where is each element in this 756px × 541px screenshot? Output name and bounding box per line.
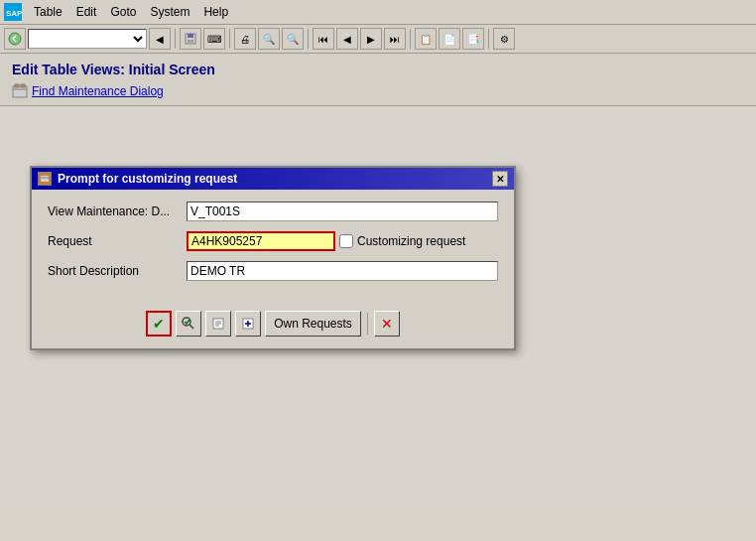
own-requests-label: Own Requests (274, 317, 352, 331)
menu-help[interactable]: Help (197, 3, 234, 21)
breadcrumb-icon (12, 83, 28, 99)
toolbar-select[interactable] (28, 29, 147, 49)
svg-rect-11 (41, 176, 49, 182)
dialog-titlebar: Prompt for customizing request ✕ (32, 168, 514, 190)
svg-rect-6 (13, 86, 27, 97)
dialog-body: View Maintenance: D... Request Customizi… (32, 190, 514, 303)
request-row: Request Customizing request (48, 231, 498, 251)
toolbar-prev-btn[interactable]: ◀ (149, 28, 171, 50)
short-desc-label: Short Description (48, 264, 187, 278)
svg-rect-4 (188, 34, 193, 38)
customizing-checkbox[interactable] (339, 234, 353, 248)
dialog-title-icon (38, 172, 52, 186)
svg-rect-8 (21, 84, 25, 87)
toolbar-misc2-btn[interactable]: 📄 (439, 28, 460, 50)
toolbar-shortcut-btn[interactable]: ⌨ (203, 28, 225, 50)
view-maintenance-input[interactable] (187, 202, 498, 221)
toolbar-sep5 (488, 29, 489, 49)
breadcrumb-link[interactable]: Find Maintenance Dialog (32, 84, 164, 98)
menu-bar: SAP Table Edit Goto System Help (0, 0, 756, 25)
dialog-title-left: Prompt for customizing request (38, 172, 237, 186)
menu-edit[interactable]: Edit (70, 3, 103, 21)
toolbar-sep2 (229, 29, 230, 49)
toolbar-last-btn[interactable]: ⏭ (384, 28, 406, 50)
toolbar-misc1-btn[interactable]: 📋 (415, 28, 437, 50)
svg-line-14 (189, 325, 193, 329)
dialog-buttons: ✔ (32, 303, 514, 348)
customizing-checkbox-label: Customizing request (357, 234, 465, 248)
svg-rect-7 (15, 84, 19, 87)
svg-rect-5 (188, 40, 193, 43)
short-desc-input[interactable] (187, 261, 498, 281)
svg-text:SAP: SAP (6, 9, 22, 18)
menu-system[interactable]: System (144, 3, 195, 21)
view-maintenance-row: View Maintenance: D... (48, 202, 498, 221)
cancel-button[interactable]: ✕ (374, 311, 400, 337)
dialog-title-text: Prompt for customizing request (58, 172, 237, 186)
toolbar-sep3 (308, 29, 309, 49)
cancel-icon: ✕ (381, 316, 393, 332)
menu-goto[interactable]: Goto (104, 3, 142, 21)
request-label: Request (48, 234, 187, 248)
page-title: Edit Table Views: Initial Screen (12, 62, 744, 77)
request-input[interactable] (187, 231, 335, 251)
toolbar-first-btn[interactable]: ⏮ (313, 28, 334, 50)
breadcrumb-bar: Find Maintenance Dialog (12, 81, 744, 101)
toolbar-misc3-btn[interactable]: 📑 (462, 28, 484, 50)
toolbar-find2-btn[interactable]: 🔍 (282, 28, 304, 50)
toolbar-next-btn[interactable]: ▶ (360, 28, 382, 50)
customizing-request-dialog: Prompt for customizing request ✕ View Ma… (30, 166, 516, 350)
sap-logo-icon: SAP (4, 3, 22, 21)
dialog-close-btn[interactable]: ✕ (492, 171, 508, 187)
toolbar-find-btn[interactable]: 🔍 (258, 28, 280, 50)
own-requests-button[interactable]: Own Requests (265, 311, 361, 337)
toolbar-prev2-btn[interactable]: ◀ (336, 28, 358, 50)
toolbar-save-btn[interactable] (180, 28, 201, 50)
toolbar-sep4 (410, 29, 411, 49)
toolbar-config-btn[interactable]: ⚙ (493, 28, 515, 50)
toolbar: ◀ ⌨ 🖨 🔍 🔍 ⏮ ◀ ▶ ⏭ 📋 📄 📑 ⚙ (0, 25, 756, 54)
menu-table[interactable]: Table (28, 3, 68, 21)
search-button[interactable] (176, 311, 201, 337)
display-button[interactable] (205, 311, 231, 337)
btn-separator (367, 313, 368, 335)
page-header: Edit Table Views: Initial Screen Find Ma… (0, 54, 756, 106)
checkmark-icon: ✔ (153, 316, 165, 332)
toolbar-sep1 (175, 29, 176, 49)
request-field-wrap: Customizing request (187, 231, 465, 251)
toolbar-back-btn[interactable] (4, 28, 26, 50)
toolbar-print-btn[interactable]: 🖨 (234, 28, 256, 50)
svg-point-2 (9, 33, 21, 45)
dialog-overlay: Prompt for customizing request ✕ View Ma… (0, 106, 756, 541)
main-content: Prompt for customizing request ✕ View Ma… (0, 106, 756, 541)
short-description-row: Short Description (48, 261, 498, 281)
create-button[interactable] (235, 311, 261, 337)
view-maintenance-label: View Maintenance: D... (48, 204, 187, 218)
confirm-button[interactable]: ✔ (146, 311, 172, 337)
